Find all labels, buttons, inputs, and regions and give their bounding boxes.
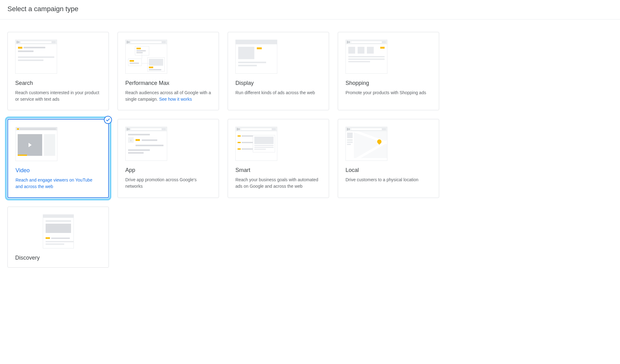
page-title: Select a campaign type xyxy=(7,5,613,13)
smart-thumbnail-icon xyxy=(235,127,277,161)
shopping-thumbnail-icon xyxy=(346,40,387,74)
discovery-thumbnail-icon xyxy=(43,214,74,248)
campaign-card-discovery[interactable]: Discovery xyxy=(7,207,109,268)
card-title: Shopping xyxy=(346,80,431,86)
card-description: Reach and engage viewers on YouTube and … xyxy=(16,177,101,190)
video-thumbnail-icon xyxy=(16,127,57,161)
campaign-card-search[interactable]: Search Reach customers interested in you… xyxy=(7,32,109,110)
card-title: Performance Max xyxy=(125,80,211,86)
display-thumbnail-icon xyxy=(235,40,277,74)
selected-check-icon xyxy=(104,116,112,124)
campaign-card-smart[interactable]: Smart Reach your business goals with aut… xyxy=(228,119,329,198)
page-header: Select a campaign type xyxy=(0,0,620,20)
download-icon: ↓ xyxy=(128,137,134,143)
card-description: Drive app promotion across Google's netw… xyxy=(125,177,211,190)
local-thumbnail-icon xyxy=(346,127,387,161)
card-description: Run different kinds of ads across the we… xyxy=(235,90,321,96)
card-description: Drive customers to a physical location xyxy=(346,177,431,183)
campaign-card-local[interactable]: Local Drive customers to a physical loca… xyxy=(338,119,439,198)
card-title: Search xyxy=(15,80,101,86)
campaign-card-display[interactable]: Display Run different kinds of ads acros… xyxy=(228,32,329,110)
campaign-card-performance-max[interactable]: Performance Max Reach audiences across a… xyxy=(118,32,219,110)
card-title: Smart xyxy=(235,167,321,173)
campaign-card-app[interactable]: ↓ App Drive app promotion across Google'… xyxy=(118,119,219,198)
card-title: Local xyxy=(346,167,431,173)
search-thumbnail-icon xyxy=(15,40,57,74)
app-thumbnail-icon: ↓ xyxy=(125,127,167,161)
performance-max-thumbnail-icon xyxy=(125,40,167,74)
card-description: Reach your business goals with automated… xyxy=(235,177,321,190)
campaign-card-video[interactable]: Video Reach and engage viewers on YouTub… xyxy=(7,119,109,198)
card-title: Display xyxy=(235,80,321,86)
card-title: App xyxy=(125,167,211,173)
card-title: Video xyxy=(16,167,101,174)
campaign-card-shopping[interactable]: Shopping Promote your products with Shop… xyxy=(338,32,439,110)
card-description: Reach customers interested in your produ… xyxy=(15,90,101,103)
see-how-it-works-link[interactable]: See how it works xyxy=(159,97,192,102)
card-description: Reach audiences across all of Google wit… xyxy=(125,90,211,103)
card-title: Discovery xyxy=(15,255,101,261)
play-icon xyxy=(29,143,32,147)
card-description: Promote your products with Shopping ads xyxy=(346,90,431,96)
campaign-type-grid: Search Reach customers interested in you… xyxy=(0,20,447,280)
